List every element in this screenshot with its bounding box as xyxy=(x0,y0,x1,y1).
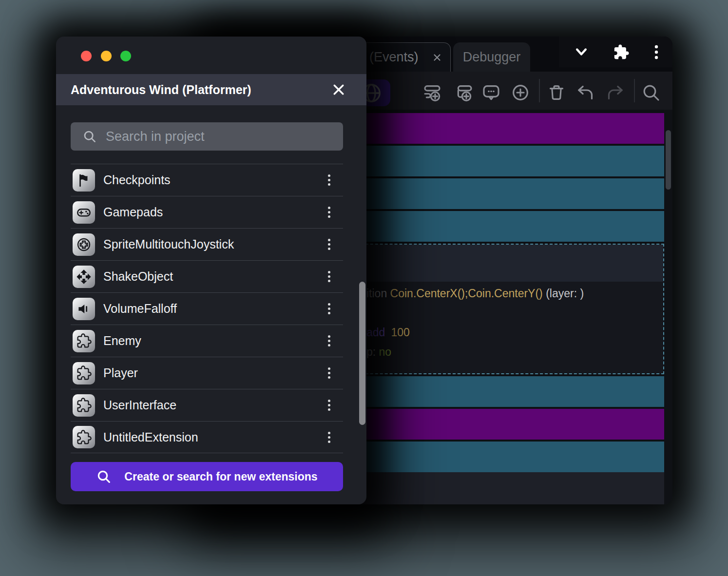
extension-label: Gamepads xyxy=(103,205,328,219)
tab-events-label: (Events) xyxy=(369,50,432,65)
tab-debugger-label: Debugger xyxy=(463,50,521,65)
extension-list-item[interactable]: VolumeFalloff xyxy=(71,292,343,325)
kebab-menu-icon[interactable] xyxy=(328,367,330,379)
extension-label: Player xyxy=(103,366,328,380)
close-icon[interactable] xyxy=(432,52,442,63)
create-extension-label: Create or search for new extensions xyxy=(124,470,317,483)
dialog-header: Adventurous Wind (Platformer) xyxy=(56,74,366,105)
dialog-title: Adventurous Wind (Platformer) xyxy=(71,83,331,97)
chevron-down-icon[interactable] xyxy=(574,47,589,58)
move-arrows-icon xyxy=(73,266,95,288)
action-layer-text: (layer: ) xyxy=(543,287,584,300)
toolbar-divider xyxy=(634,79,635,102)
desktop-background: (Events) Debugger xyxy=(0,0,728,576)
window-controls-block xyxy=(559,37,672,67)
tab-debugger[interactable]: Debugger xyxy=(453,42,530,72)
kebab-menu-icon[interactable] xyxy=(328,174,330,186)
extension-label: UserInterface xyxy=(103,398,328,412)
kebab-menu-icon[interactable] xyxy=(328,207,330,218)
add-circle-icon[interactable] xyxy=(511,83,530,102)
event-row-purple[interactable] xyxy=(341,113,664,144)
gamepad-icon xyxy=(73,201,95,224)
extension-list-item[interactable]: Checkpoints xyxy=(71,164,343,196)
kebab-menu-icon[interactable] xyxy=(328,271,330,282)
event-action-line[interactable]: p: no xyxy=(366,345,391,359)
close-window-button[interactable] xyxy=(81,51,92,61)
puzzle-icon xyxy=(73,426,95,448)
tab-events[interactable]: (Events) xyxy=(358,42,451,72)
action-text: ition xyxy=(366,287,390,300)
search-icon[interactable] xyxy=(641,83,661,102)
joystick-icon xyxy=(73,233,95,256)
puzzle-icon xyxy=(73,394,95,417)
search-icon xyxy=(96,469,112,484)
zoom-window-button[interactable] xyxy=(120,51,131,61)
action-expression: Coin.CenterX();Coin.CenterY() xyxy=(390,287,543,300)
events-scrollbar-thumb[interactable] xyxy=(666,130,671,190)
minimize-window-button[interactable] xyxy=(101,51,112,61)
kebab-menu-icon[interactable] xyxy=(328,335,330,346)
undo-icon[interactable] xyxy=(576,83,595,102)
extension-list-item[interactable]: Player xyxy=(71,357,343,389)
event-row-teal[interactable] xyxy=(341,442,664,472)
selected-event-block[interactable]: ition Coin.CenterX();Coin.CenterY() (lay… xyxy=(341,244,664,374)
search-input[interactable] xyxy=(105,129,334,145)
extension-label: UntitledExtension xyxy=(103,430,328,444)
kebab-menu-icon[interactable] xyxy=(328,239,330,250)
add-comment-icon[interactable] xyxy=(481,83,501,102)
event-action-line[interactable]: ition Coin.CenterX();Coin.CenterY() (lay… xyxy=(366,287,584,300)
puzzle-icon xyxy=(73,362,95,384)
event-row-teal[interactable] xyxy=(341,146,664,176)
event-row-teal[interactable] xyxy=(341,211,664,242)
extension-label: Enemy xyxy=(103,334,328,348)
extension-list: Checkpoints Gamepads SpriteMultitouchJoy… xyxy=(71,164,343,453)
extension-list-item[interactable]: SpriteMultitouchJoystick xyxy=(71,228,343,260)
create-extension-button[interactable]: Create or search for new extensions xyxy=(71,462,343,491)
extension-label: Checkpoints xyxy=(103,173,328,187)
extension-label: VolumeFalloff xyxy=(103,302,328,316)
toolbar-divider xyxy=(539,79,540,102)
puzzle-icon[interactable] xyxy=(613,44,630,60)
extension-list-item[interactable]: Gamepads xyxy=(71,196,343,228)
search-icon xyxy=(82,129,97,144)
extension-list-item[interactable]: ShakeObject xyxy=(71,260,343,292)
dialog-scrollbar-thumb[interactable] xyxy=(359,282,365,425)
event-row-purple[interactable] xyxy=(341,409,664,440)
trash-icon[interactable] xyxy=(547,83,566,102)
event-action-line[interactable]: add100 xyxy=(366,326,410,339)
project-search-field[interactable] xyxy=(71,122,343,151)
extension-label: ShakeObject xyxy=(103,269,328,284)
events-scrollbar-track[interactable] xyxy=(664,110,672,504)
action-value: no xyxy=(379,346,392,358)
extension-list-item[interactable]: UserInterface xyxy=(71,389,343,421)
kebab-menu-icon[interactable] xyxy=(328,400,330,411)
events-column: ition Coin.CenterX();Coin.CenterY() (lay… xyxy=(341,110,664,472)
action-value: 100 xyxy=(391,326,409,339)
action-text: p: xyxy=(366,346,379,358)
kebab-menu-icon[interactable] xyxy=(328,303,330,314)
add-event-icon[interactable] xyxy=(422,83,442,102)
add-subevent-icon[interactable] xyxy=(454,83,474,102)
extension-label: SpriteMultitouchJoystick xyxy=(103,237,328,251)
flag-icon xyxy=(73,169,95,192)
speaker-icon xyxy=(73,298,95,320)
puzzle-icon xyxy=(73,330,95,352)
event-row-teal[interactable] xyxy=(341,376,664,407)
event-row-teal[interactable] xyxy=(341,178,664,209)
close-icon[interactable] xyxy=(331,82,346,97)
project-search-dialog: Adventurous Wind (Platformer) Checkpoint… xyxy=(56,37,366,504)
kebab-menu-icon[interactable] xyxy=(328,432,330,443)
redo-icon[interactable] xyxy=(605,83,625,102)
extension-list-item[interactable]: UntitledExtension xyxy=(71,421,343,453)
extension-list-item[interactable]: Enemy xyxy=(71,325,343,357)
kebab-menu-icon[interactable] xyxy=(653,44,660,60)
action-keyword: add xyxy=(366,326,385,339)
event-conditions-area[interactable] xyxy=(342,245,663,282)
